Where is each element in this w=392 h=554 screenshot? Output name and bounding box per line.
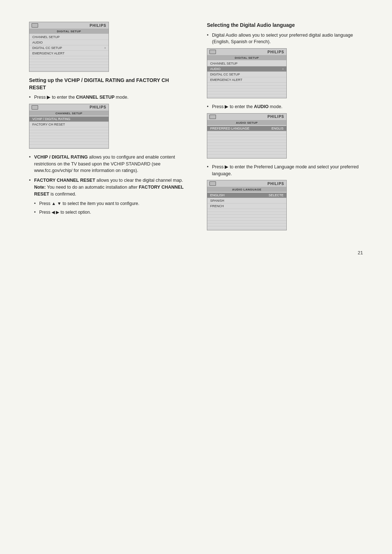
tv-brand-3: PHILIPS [268, 50, 284, 54]
tv-row-english: ENGLISH SELECTE [207, 193, 286, 198]
tv-screen-audio-language: PHILIPS AUDIO LANGUAGE ENGLISH SELECTE S… [207, 180, 287, 230]
preferred-bullet: Press ▶ to enter the Preferred Language … [207, 164, 363, 177]
tv-row: CHANNEL SETUP [207, 61, 286, 66]
tv-icon-3 [209, 50, 216, 54]
tv-brand-2: PHILIPS [90, 105, 106, 109]
tv-row-spanish: SPANISH [207, 198, 286, 204]
tv-row: AUDIO [29, 40, 109, 45]
tv-icon-2 [32, 105, 38, 110]
right-column: Selecting the Digital Audio language Dig… [207, 22, 363, 235]
tv-screen-digital-setup-2: PHILIPS DIGITAL SETUP CHANNEL SETUP AUDI… [207, 48, 287, 98]
sub-bullet-1: Press ▲ ▼ to select the item you want to… [29, 200, 185, 207]
tv-icon [32, 23, 38, 28]
tv-icon-4 [209, 115, 216, 119]
section2-heading: Selecting the Digital Audio language [207, 22, 363, 29]
left-column: PHILIPS DIGITAL SETUP CHANNEL SETUP AUDI… [29, 22, 185, 235]
tv-brand-5: PHILIPS [268, 182, 284, 186]
tv-menu-title-1: DIGITAL SETUP [29, 29, 109, 34]
tv-icon-5 [209, 181, 216, 186]
tv-menu-title-3: DIGITAL SETUP [207, 56, 286, 60]
tv-screen-digital-setup: PHILIPS DIGITAL SETUP CHANNEL SETUP AUDI… [29, 22, 109, 72]
tv-screen-channel-setup: PHILIPS CHANNEL SETUP VCHIP / DIGITAL RA… [29, 104, 109, 149]
tv-row: EMERGENCY ALERT [207, 77, 286, 83]
section1-bullet: Press ▶ to enter the CHANNEL SETUP mode. [29, 94, 185, 101]
tv-row: CHANNEL SETUP [29, 34, 109, 40]
section1-heading: Setting up the VCHIP / DIGITAL RATING an… [29, 77, 185, 91]
tv-row-vchip: VCHIP / DIGITAL RATING [29, 116, 109, 122]
tv-brand-4: PHILIPS [268, 115, 284, 119]
tv-screen-audio-setup: PHILIPS AUDIO SETUP PREFERRED LANGUAGE E… [207, 113, 287, 159]
factory-bullet: FACTORY CHANNEL RESET allows you to clea… [29, 177, 185, 197]
section2-bullet: Digital Audio allows you to select your … [207, 32, 363, 46]
tv-row-preferred-lang: PREFERRED LANGUAGE ENGLIS [207, 126, 286, 131]
tv-row: DIGITAL CC SETUP › [29, 45, 109, 51]
tv-row-audio: AUDIO › [207, 66, 286, 72]
tv-menu-title-5: AUDIO LANGUAGE [207, 187, 286, 192]
vchip-bullet: VCHIP / DIGITAL RATING allows you to con… [29, 154, 185, 174]
tv-menu-title-2: CHANNEL SETUP [29, 111, 109, 116]
tv-row-factory: FACTORY CH RESET [29, 122, 109, 127]
tv-row: DIGITAL CC SETUP [207, 72, 286, 77]
tv-brand-1: PHILIPS [90, 24, 106, 28]
tv-row-french: FRENCH [207, 204, 286, 209]
page-number: 21 [29, 250, 363, 255]
audio-bullet: Press ▶ to enter the AUDIO mode. [207, 103, 363, 110]
tv-row: EMERGENCY ALERT [29, 51, 109, 56]
sub-bullet-2: Press ◀ ▶ to select option. [29, 209, 185, 216]
tv-menu-title-4: AUDIO SETUP [207, 120, 286, 125]
